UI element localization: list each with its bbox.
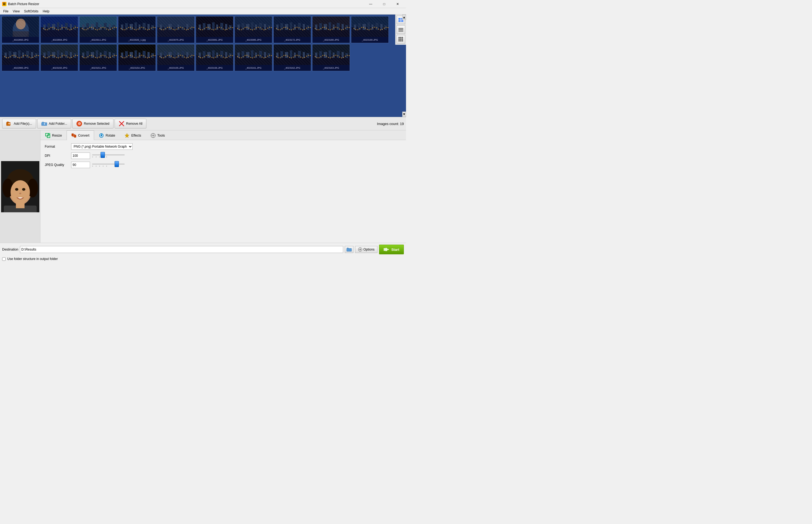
destination-input[interactable] [20,246,343,253]
thumb-image [235,16,272,37]
format-select[interactable]: PNG (*.png) Portable Network Graph JPEG … [71,143,133,150]
view-grid-icon[interactable] [397,35,405,44]
image-thumb[interactable]: _4023163.JPG [312,44,350,71]
svg-point-210 [304,29,305,30]
remove-selected-button[interactable]: ⊘ Remove Selected [72,119,113,129]
svg-rect-96 [157,27,194,37]
svg-point-359 [108,58,109,59]
scroll-down-btn[interactable]: ▼ [402,112,406,117]
dpi-input[interactable]: 100 [71,152,90,159]
svg-point-136 [200,29,201,30]
svg-point-111 [171,28,172,29]
svg-rect-40 [96,22,98,30]
maximize-button[interactable]: □ [378,0,391,8]
tab-tools[interactable]: Tools [146,130,170,140]
svg-point-405 [159,56,160,57]
svg-rect-190 [290,22,292,30]
svg-point-513 [310,55,311,56]
image-thumb[interactable]: _4022894.JPG [41,16,78,43]
svg-rect-607 [387,248,387,251]
view-list-icon[interactable] [397,25,405,34]
svg-rect-340 [96,50,98,58]
thumb-image [196,45,233,65]
folder-structure-checkbox[interactable] [2,257,6,261]
close-button[interactable]: ✕ [392,0,404,8]
tab-convert-label: Convert [78,134,90,137]
scroll-up-btn[interactable]: ▲ [402,15,406,20]
tab-tools-label: Tools [157,134,165,137]
svg-point-165 [237,28,238,29]
tab-convert[interactable]: Convert [67,130,94,140]
options-button[interactable]: Options [355,246,378,253]
image-thumb[interactable]: _4023190.JPG [351,16,389,43]
tab-rotate[interactable]: Rotate [94,130,120,140]
svg-point-317 [47,58,48,59]
svg-point-47 [85,29,86,30]
svg-rect-374 [151,53,154,58]
minimize-button[interactable]: — [365,0,377,8]
image-thumb[interactable]: _4022983.JPG [2,44,39,71]
image-thumb[interactable]: _4023161.JPG [235,44,272,71]
menu-softorbits[interactable]: SoftOrbits [22,9,41,14]
svg-point-92 [153,27,154,28]
image-grid-container[interactable]: _4022893.JPG _4022894.JPG [0,15,406,117]
svg-point-315 [43,56,44,57]
svg-rect-425 [196,45,233,65]
svg-point-22 [56,29,57,30]
svg-rect-494 [306,53,309,58]
dpi-slider[interactable] [92,154,125,155]
add-files-button[interactable]: Add File(s)... [2,119,36,129]
image-thumb[interactable]: _4022911.JPG [79,16,117,43]
svg-point-236 [335,27,336,28]
image-thumb[interactable]: _4023085.JPG [235,16,272,43]
svg-rect-156 [235,27,272,37]
svg-rect-551 [398,31,403,32]
svg-point-409 [167,55,168,56]
image-thumb[interactable]: _4023156.JPG [196,44,234,71]
remove-all-button[interactable]: Remove All [115,119,147,129]
jpeg-quality-slider[interactable] [92,164,125,165]
svg-point-423 [193,55,194,56]
svg-rect-97 [160,24,162,30]
image-thumb[interactable]: _4022893.JPG [2,16,39,43]
svg-rect-367 [121,52,123,58]
dpi-slider-container [92,154,130,157]
svg-point-76 [122,29,124,30]
tab-resize[interactable]: Resize [41,130,67,140]
image-thumb[interactable]: _4023081.JPG [196,16,234,43]
svg-point-196 [278,29,279,30]
tab-effects[interactable]: Effects [120,130,146,140]
jpeg-quality-input[interactable]: 90 [71,162,90,168]
svg-point-525 [315,56,316,57]
svg-point-288 [10,56,11,58]
image-thumb[interactable]: _4023172.JPG [273,16,311,43]
folder-structure-label[interactable]: Use folder structure in output folder [7,257,58,261]
menu-file[interactable]: File [1,9,11,14]
menu-view[interactable]: View [11,9,22,14]
thumb-label: _4022926_1.jpg [118,37,156,43]
image-thumb[interactable]: _4023180.JPG [312,16,350,43]
image-thumb[interactable]: _4023162.JPG [273,44,311,71]
svg-point-239 [341,29,342,30]
start-button[interactable]: Start [379,245,404,254]
add-folder-button[interactable]: Add Folder... [37,119,71,129]
image-thumb[interactable]: _4023075.JPG [157,16,195,43]
svg-rect-461 [255,52,257,58]
image-thumb[interactable]: _4023151.JPG [79,44,117,71]
svg-point-376 [122,57,124,58]
svg-point-445 [217,55,218,56]
svg-point-466 [239,57,240,58]
svg-rect-132 [220,23,223,30]
image-thumb[interactable]: _4023154.JPG [118,44,156,71]
svg-point-242 [347,27,348,28]
image-thumb[interactable]: _4023155.JPG [157,44,195,71]
image-thumb[interactable]: _4022926_1.jpg [118,16,156,43]
menu-help[interactable]: Help [41,9,52,14]
svg-point-411 [171,56,172,57]
svg-rect-522 [337,51,340,58]
svg-rect-335 [80,45,117,65]
svg-rect-337 [82,52,84,58]
image-thumb[interactable]: _4023150.JPG [41,44,78,71]
svg-rect-521 [333,52,335,58]
destination-browse-btn[interactable] [345,246,353,253]
